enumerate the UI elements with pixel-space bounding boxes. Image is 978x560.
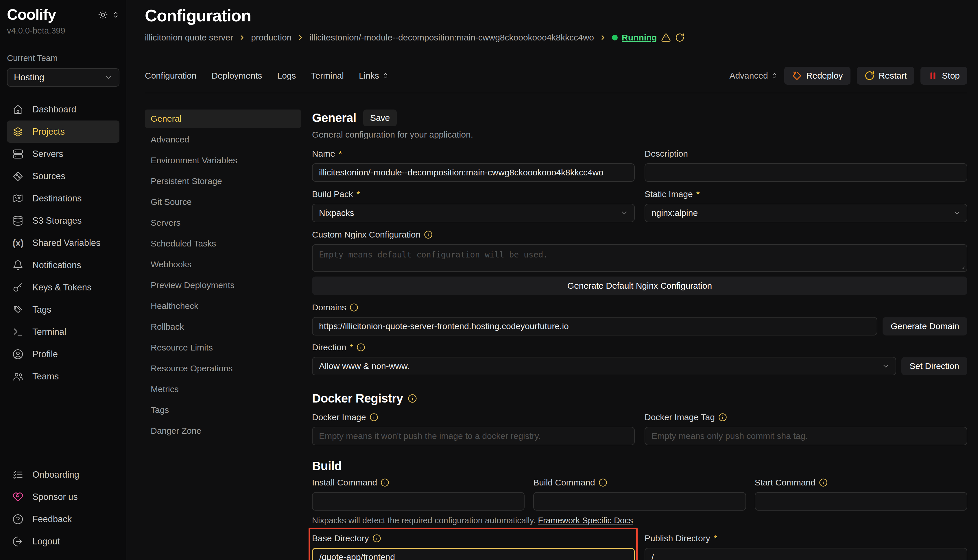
help-circle-icon	[12, 514, 24, 525]
chevrons-up-down-icon	[771, 72, 778, 79]
domains-input[interactable]	[312, 317, 878, 335]
sidebar-item-sources[interactable]: Sources	[7, 165, 119, 187]
install-command-input[interactable]	[312, 492, 525, 511]
breadcrumb-project[interactable]: illicitonion quote server	[145, 33, 233, 42]
info-icon[interactable]	[424, 230, 433, 239]
description-input[interactable]	[645, 163, 967, 182]
sidebar-item-s3-storages[interactable]: S3 Storages	[7, 210, 119, 232]
generate-domain-button[interactable]: Generate Domain	[883, 317, 967, 335]
redeploy-button[interactable]: Redeploy	[784, 67, 851, 85]
layers-icon	[12, 126, 24, 137]
tags-icon	[12, 304, 24, 315]
sidebar-item-servers[interactable]: Servers	[7, 143, 119, 165]
subnav-tags[interactable]: Tags	[145, 401, 301, 419]
info-icon[interactable]	[408, 394, 417, 403]
sidebar-item-destinations[interactable]: Destinations	[7, 187, 119, 210]
framework-docs-link[interactable]: Framework Specific Docs	[538, 516, 633, 525]
users-icon	[12, 371, 24, 382]
info-icon[interactable]	[718, 413, 727, 422]
build-pack-select[interactable]: Nixpacks	[312, 204, 635, 222]
subnav-general[interactable]: General	[145, 110, 301, 128]
advanced-dropdown[interactable]: Advanced	[729, 71, 777, 81]
tab-links[interactable]: Links	[359, 71, 389, 81]
team-select[interactable]: Hosting	[7, 68, 119, 87]
subnav-resource-limits[interactable]: Resource Limits	[145, 338, 301, 357]
description-label: Description	[645, 149, 688, 158]
current-team-label: Current Team	[7, 53, 119, 63]
theme-toggle-sun-icon[interactable]	[98, 10, 108, 20]
sidebar-item-projects[interactable]: Projects	[7, 120, 119, 143]
chevrons-up-down-icon[interactable]	[112, 11, 119, 18]
subnav-danger-zone[interactable]: Danger Zone	[145, 422, 301, 440]
sidebar-item-feedback[interactable]: Feedback	[7, 508, 119, 530]
stop-button[interactable]: Stop	[920, 67, 967, 85]
checklist-icon	[12, 469, 24, 480]
subnav-rollback[interactable]: Rollback	[145, 318, 301, 336]
tab-configuration[interactable]: Configuration	[145, 71, 196, 81]
build-command-input[interactable]	[533, 492, 746, 511]
direction-select[interactable]: Allow www & non-www.	[312, 357, 896, 375]
sidebar-item-shared-variables[interactable]: (x) Shared Variables	[7, 232, 119, 254]
sidebar-item-tags[interactable]: Tags	[7, 298, 119, 321]
sidebar-item-teams[interactable]: Teams	[7, 365, 119, 387]
logout-icon	[12, 536, 24, 547]
sidebar-item-dashboard[interactable]: Dashboard	[7, 98, 119, 120]
git-source-icon	[12, 171, 24, 182]
sidebar-item-profile[interactable]: Profile	[7, 343, 119, 365]
subnav-webhooks[interactable]: Webhooks	[145, 255, 301, 273]
server-icon	[12, 148, 24, 160]
subnav-healthcheck[interactable]: Healthcheck	[145, 297, 301, 315]
tabs-row: Configuration Deployments Logs Terminal …	[145, 67, 967, 85]
sidebar-item-logout[interactable]: Logout	[7, 530, 119, 552]
sidebar-item-label: Logout	[32, 536, 60, 547]
tab-terminal[interactable]: Terminal	[311, 71, 344, 81]
custom-nginx-textarea[interactable]	[312, 244, 967, 272]
breadcrumb-environment[interactable]: production	[251, 33, 291, 42]
subnav-environment-variables[interactable]: Environment Variables	[145, 151, 301, 170]
tab-logs[interactable]: Logs	[278, 71, 296, 81]
sidebar-item-onboarding[interactable]: Onboarding	[7, 463, 119, 486]
docker-image-tag-input[interactable]	[645, 427, 967, 445]
refresh-icon[interactable]	[675, 33, 685, 42]
install-command-label: Install Command	[312, 478, 377, 487]
set-direction-button[interactable]: Set Direction	[901, 357, 967, 375]
sidebar-item-label: Keys & Tokens	[32, 282, 91, 293]
subnav-resource-operations[interactable]: Resource Operations	[145, 359, 301, 378]
info-icon[interactable]	[819, 478, 828, 487]
stop-pause-icon	[928, 71, 938, 81]
sidebar-item-keys-tokens[interactable]: Keys & Tokens	[7, 276, 119, 298]
sidebar-item-sponsor[interactable]: Sponsor us	[7, 486, 119, 508]
publish-directory-input[interactable]	[645, 548, 967, 560]
general-subtitle: General configuration for your applicati…	[312, 130, 967, 140]
tab-deployments[interactable]: Deployments	[211, 71, 262, 81]
info-icon[interactable]	[599, 478, 607, 487]
docker-image-input[interactable]	[312, 427, 635, 445]
subnav-git-source[interactable]: Git Source	[145, 193, 301, 211]
subnav-scheduled-tasks[interactable]: Scheduled Tasks	[145, 234, 301, 253]
info-icon[interactable]	[373, 534, 381, 543]
restart-button[interactable]: Restart	[857, 67, 914, 85]
info-icon[interactable]	[349, 303, 358, 312]
static-image-select[interactable]: nginx:alpine	[645, 204, 967, 222]
info-icon[interactable]	[369, 413, 378, 422]
save-button[interactable]: Save	[363, 110, 397, 126]
chevron-right-icon	[297, 34, 304, 41]
info-icon[interactable]	[356, 343, 365, 352]
sidebar-item-terminal[interactable]: Terminal	[7, 321, 119, 343]
subnav-advanced[interactable]: Advanced	[145, 130, 301, 149]
subnav-servers[interactable]: Servers	[145, 213, 301, 232]
status-running-link[interactable]: Running	[622, 33, 657, 42]
start-command-input[interactable]	[755, 492, 967, 511]
subnav-persistent-storage[interactable]: Persistent Storage	[145, 172, 301, 190]
subnav-preview-deployments[interactable]: Preview Deployments	[145, 276, 301, 295]
warning-triangle-icon[interactable]	[661, 33, 671, 42]
resize-handle[interactable]	[960, 264, 965, 270]
subnav-metrics[interactable]: Metrics	[145, 380, 301, 398]
sidebar-item-label: Destinations	[32, 193, 82, 204]
base-directory-input[interactable]	[312, 548, 635, 560]
name-input[interactable]	[312, 163, 635, 182]
breadcrumb-application[interactable]: illicitestonion/-module--decomposition:m…	[309, 33, 594, 42]
info-icon[interactable]	[381, 478, 389, 487]
sidebar-item-notifications[interactable]: Notifications	[7, 254, 119, 276]
generate-nginx-button[interactable]: Generate Default Nginx Configuration	[312, 277, 967, 295]
